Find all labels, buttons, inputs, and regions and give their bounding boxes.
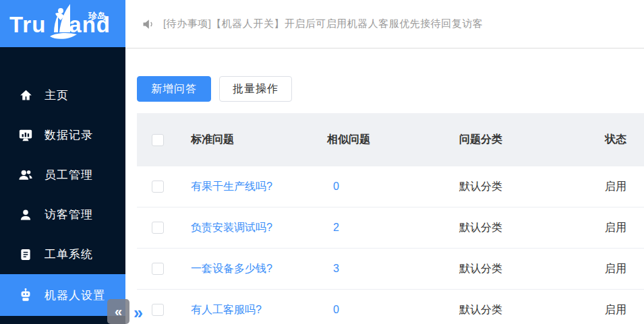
table-header-row: 标准问题 相似问题 问题分类 状态: [137, 113, 644, 166]
brand-logo: Truand 珍岛: [0, 0, 125, 47]
column-header-question: 标准问题: [191, 133, 327, 147]
speaker-icon: [142, 18, 155, 31]
row-checkbox[interactable]: [152, 181, 164, 193]
category-cell: 默认分类: [459, 180, 605, 194]
similar-count[interactable]: 0: [327, 181, 459, 193]
robot-icon: [18, 288, 33, 302]
main-content: 新增问答 批量操作 标准问题 相似问题 问题分类 状态 有果干生产线吗? 0 默…: [125, 49, 644, 324]
employees-icon: [18, 168, 33, 183]
category-cell: 默认分类: [459, 221, 605, 235]
sailboat-figure-icon: [47, 3, 80, 44]
table-row: 一套设备多少钱? 3 默认分类 启用: [137, 249, 644, 290]
select-all-checkbox[interactable]: [152, 134, 164, 146]
table-row: 有人工客服吗? 0 默认分类 启用: [137, 290, 644, 324]
status-cell: 启用: [605, 221, 644, 235]
sidebar-item-label: 访客管理: [45, 207, 93, 222]
sidebar-collapse-button[interactable]: «: [107, 299, 129, 324]
top-bar: [待办事项]【机器人开关】开启后可启用机器人客服优先接待回复访客: [125, 0, 644, 48]
category-cell: 默认分类: [459, 262, 605, 276]
row-checkbox[interactable]: [152, 304, 164, 316]
sidebar-item-visitor-management[interactable]: 访客管理: [0, 195, 125, 234]
sidebar-item-label: 数据记录: [45, 127, 93, 143]
status-cell: 启用: [605, 180, 644, 194]
home-icon: [18, 88, 33, 103]
sidebar-nav: 主页 数据记录: [0, 47, 125, 324]
column-header-similar: 相似问题: [327, 133, 459, 147]
status-cell: 启用: [605, 303, 644, 317]
question-link[interactable]: 一套设备多少钱?: [191, 262, 327, 276]
question-link[interactable]: 有果干生产线吗?: [191, 180, 327, 194]
toolbar: 新增问答 批量操作: [137, 76, 644, 102]
sidebar-item-home[interactable]: 主页: [0, 75, 125, 115]
question-link[interactable]: 负责安装调试吗?: [191, 221, 327, 235]
sidebar-item-employee-management[interactable]: 员工管理: [0, 155, 125, 195]
sidebar-item-label: 员工管理: [45, 167, 93, 183]
brand-prefix: Tru: [9, 12, 46, 37]
sidebar-item-label: 主页: [45, 88, 69, 103]
column-header-category: 问题分类: [459, 133, 605, 147]
batch-operation-button[interactable]: 批量操作: [219, 76, 292, 102]
table-row: 负责安装调试吗? 2 默认分类 启用: [137, 207, 644, 249]
sidebar-expand-chevron-icon[interactable]: »: [129, 302, 147, 323]
sidebar-item-data-records[interactable]: 数据记录: [0, 115, 125, 155]
similar-count[interactable]: 0: [327, 304, 459, 316]
row-checkbox[interactable]: [152, 263, 164, 275]
column-header-status: 状态: [605, 133, 644, 147]
brand-badge: 珍岛: [88, 10, 106, 22]
announcement-text: [待办事项]【机器人开关】开启后可启用机器人客服优先接待回复访客: [163, 18, 483, 30]
sidebar-item-work-order[interactable]: 工单系统: [0, 234, 125, 274]
status-cell: 启用: [605, 262, 644, 276]
visitor-icon: [18, 207, 33, 222]
qa-table: 标准问题 相似问题 问题分类 状态 有果干生产线吗? 0 默认分类 启用 负责安…: [137, 113, 644, 324]
question-link[interactable]: 有人工客服吗?: [191, 303, 327, 317]
sidebar-item-label: 机器人设置: [45, 288, 105, 303]
sidebar-item-label: 工单系统: [45, 247, 93, 262]
table-row: 有果干生产线吗? 0 默认分类 启用: [137, 166, 644, 207]
similar-count[interactable]: 3: [327, 263, 459, 275]
similar-count[interactable]: 2: [327, 222, 459, 234]
app-window: Truand 珍岛 [待办事项]【机器人开关】开启后可启用机器人客服优先接待回复…: [0, 0, 644, 324]
category-cell: 默认分类: [459, 303, 605, 317]
work-order-icon: [18, 247, 33, 262]
add-qa-button[interactable]: 新增问答: [137, 76, 211, 102]
row-checkbox[interactable]: [152, 222, 164, 234]
data-monitor-icon: [18, 128, 33, 143]
